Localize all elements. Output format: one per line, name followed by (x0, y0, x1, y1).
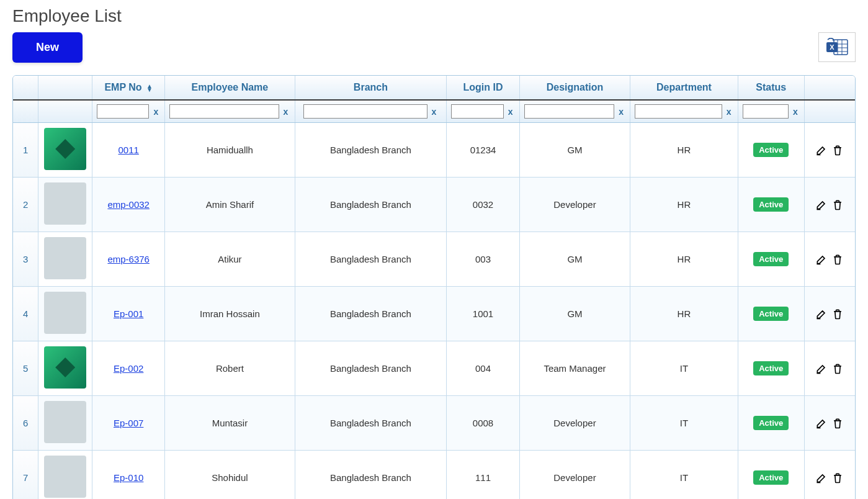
cell-branch: Bangladesh Branch (295, 451, 447, 500)
cell-actions (804, 341, 855, 396)
cell-status: Active (738, 178, 804, 232)
cell-designation: Developer (519, 178, 630, 232)
delete-button[interactable] (831, 253, 844, 266)
trash-icon (831, 472, 844, 484)
filter-row: x x x x x x x (13, 100, 855, 123)
filter-clear-emp-no[interactable]: x (151, 107, 160, 117)
col-header-branch[interactable]: Branch (295, 76, 447, 100)
cell-login-id: 003 (447, 232, 519, 287)
avatar (44, 401, 86, 443)
export-excel-button[interactable]: X (818, 32, 856, 62)
filter-login-id[interactable] (451, 104, 503, 119)
cell-login-id: 111 (447, 451, 519, 500)
filter-clear-branch[interactable]: x (430, 107, 439, 117)
edit-button[interactable] (815, 308, 828, 320)
filter-emp-no[interactable] (97, 104, 149, 119)
emp-no-link[interactable]: emp-0032 (107, 199, 150, 210)
col-header-department[interactable]: Department (630, 76, 738, 100)
row-avatar-cell (38, 123, 92, 178)
edit-button[interactable] (815, 362, 828, 375)
filter-status[interactable] (743, 104, 789, 119)
cell-actions (804, 287, 855, 341)
emp-no-link[interactable]: Ep-002 (114, 363, 143, 374)
col-header-actions (804, 76, 855, 100)
cell-department: HR (630, 287, 738, 341)
filter-clear-department[interactable]: x (725, 107, 733, 117)
edit-button[interactable] (815, 253, 828, 266)
col-header-status[interactable]: Status (738, 76, 804, 100)
cell-designation: GM (519, 123, 630, 178)
edit-button[interactable] (815, 472, 828, 484)
cell-branch: Bangladesh Branch (295, 341, 447, 396)
cell-status: Active (738, 287, 804, 341)
trash-icon (831, 144, 844, 156)
avatar (44, 237, 86, 279)
filter-branch[interactable] (303, 104, 427, 119)
delete-button[interactable] (831, 308, 844, 320)
cell-employee-name: Robert (165, 341, 295, 396)
emp-no-link[interactable]: 0011 (118, 145, 138, 155)
filter-clear-employee-name[interactable]: x (282, 107, 290, 117)
emp-no-link[interactable]: Ep-010 (114, 472, 143, 483)
cell-login-id: 01234 (447, 123, 519, 178)
row-number: 3 (13, 232, 38, 287)
row-number: 7 (13, 451, 38, 500)
edit-icon (815, 362, 828, 375)
emp-no-link[interactable]: Ep-001 (114, 308, 143, 319)
emp-no-link[interactable]: Ep-007 (114, 418, 143, 428)
table-row: 1 0011 Hamiduallh Bangladesh Branch 0123… (13, 123, 855, 178)
delete-button[interactable] (831, 362, 844, 375)
cell-department: HR (630, 232, 738, 287)
row-number: 1 (13, 123, 38, 178)
edit-icon (815, 253, 828, 266)
header-row: EMP No ▲▼ Employee Name Branch Login ID … (13, 76, 855, 100)
cell-employee-name: Amin Sharif (165, 178, 295, 232)
cell-actions (804, 123, 855, 178)
filter-designation[interactable] (524, 104, 615, 119)
cell-branch: Bangladesh Branch (295, 123, 447, 178)
status-badge: Active (753, 307, 789, 321)
cell-branch: Bangladesh Branch (295, 287, 447, 341)
delete-button[interactable] (831, 417, 844, 429)
edit-button[interactable] (815, 199, 828, 211)
cell-department: HR (630, 178, 738, 232)
row-avatar-cell (38, 232, 92, 287)
cell-status: Active (738, 396, 804, 451)
cell-login-id: 0008 (447, 396, 519, 451)
edit-button[interactable] (815, 417, 828, 429)
col-header-employee-name[interactable]: Employee Name (165, 76, 295, 100)
new-button[interactable]: New (12, 32, 83, 63)
status-badge: Active (753, 470, 789, 485)
delete-button[interactable] (831, 472, 844, 484)
delete-button[interactable] (831, 144, 844, 156)
col-header-designation[interactable]: Designation (519, 76, 630, 100)
edit-icon (815, 144, 828, 156)
col-header-rownum (13, 76, 38, 100)
col-header-login-id[interactable]: Login ID (447, 76, 519, 100)
filter-department[interactable] (635, 104, 722, 119)
trash-icon (831, 253, 844, 266)
avatar (44, 292, 86, 334)
filter-clear-status[interactable]: x (791, 107, 800, 117)
avatar (44, 346, 86, 389)
cell-employee-name: Muntasir (165, 396, 295, 451)
cell-department: IT (630, 341, 738, 396)
svg-text:X: X (830, 43, 834, 51)
row-avatar-cell (38, 396, 92, 451)
emp-no-link[interactable]: emp-6376 (107, 254, 150, 264)
filter-clear-designation[interactable]: x (617, 107, 625, 117)
cell-status: Active (738, 232, 804, 287)
col-header-emp-no[interactable]: EMP No ▲▼ (92, 76, 165, 100)
table-row: 7 Ep-010 Shohidul Bangladesh Branch 111 … (13, 451, 855, 500)
filter-employee-name[interactable] (169, 104, 279, 119)
avatar (44, 128, 86, 170)
toolbar: New X (12, 32, 856, 63)
cell-branch: Bangladesh Branch (295, 396, 447, 451)
edit-button[interactable] (815, 144, 828, 156)
status-badge: Active (753, 416, 789, 430)
filter-clear-login-id[interactable]: x (506, 107, 515, 117)
col-header-image (38, 76, 92, 100)
cell-status: Active (738, 341, 804, 396)
table-row: 5 Ep-002 Robert Bangladesh Branch 004 Te… (13, 341, 855, 396)
delete-button[interactable] (831, 199, 844, 211)
